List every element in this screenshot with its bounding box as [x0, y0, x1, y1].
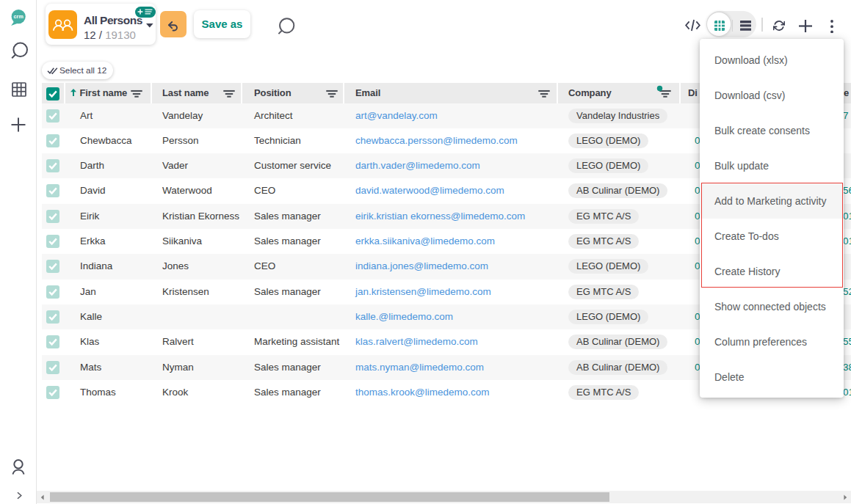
svg-text:crm: crm — [14, 13, 23, 20]
